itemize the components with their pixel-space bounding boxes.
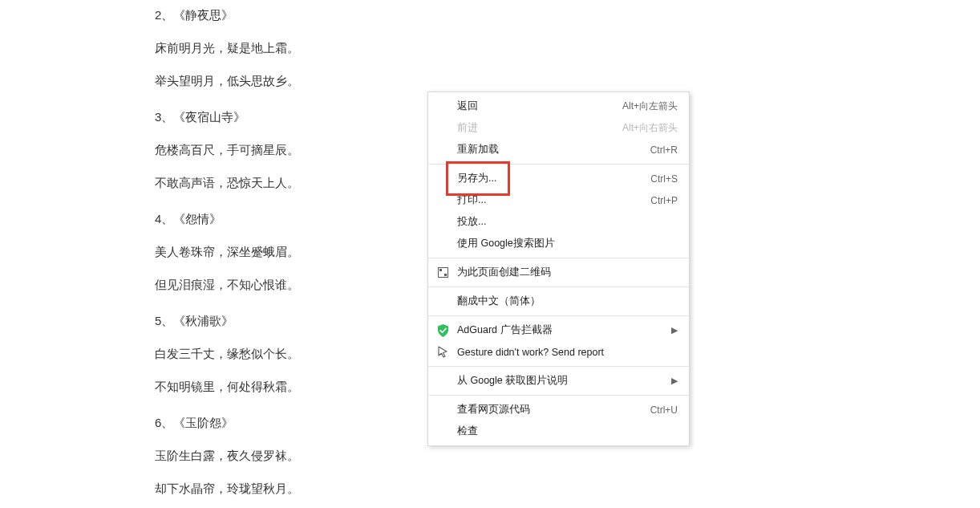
poem-line: 玉阶生白露，夜久侵罗袜。 bbox=[155, 447, 980, 464]
poem-title-2: 2、《静夜思》 bbox=[155, 6, 980, 23]
submenu-chevron-icon: ▶ bbox=[671, 325, 678, 335]
menu-separator bbox=[428, 366, 689, 367]
menu-label: 返回 bbox=[457, 100, 614, 113]
menu-separator bbox=[428, 395, 689, 396]
menu-separator bbox=[428, 287, 689, 287]
menu-label: 打印... bbox=[457, 193, 642, 207]
menu-separator bbox=[428, 258, 689, 258]
menu-item-reload[interactable]: 重新加载 Ctrl+R bbox=[428, 139, 689, 161]
shield-icon bbox=[428, 324, 457, 337]
menu-item-view-source[interactable]: 查看网页源代码 Ctrl+U bbox=[428, 399, 689, 421]
menu-label: 查看网页源代码 bbox=[457, 403, 642, 417]
qr-code-icon bbox=[428, 267, 457, 278]
menu-label: 检查 bbox=[457, 425, 678, 438]
menu-label: 翻成中文（简体） bbox=[457, 295, 678, 308]
menu-label: Gesture didn't work? Send report bbox=[457, 347, 678, 358]
poem-line: 却下水晶帘，玲珑望秋月。 bbox=[155, 480, 980, 497]
menu-item-save-as[interactable]: 另存为... Ctrl+S bbox=[428, 168, 689, 189]
poem-line: 床前明月光，疑是地上霜。 bbox=[155, 39, 980, 56]
menu-item-adguard[interactable]: AdGuard 广告拦截器 ▶ bbox=[428, 319, 689, 341]
menu-label: 重新加载 bbox=[457, 143, 642, 156]
poem-line: 举头望明月，低头思故乡。 bbox=[155, 72, 980, 89]
menu-shortcut: Alt+向左箭头 bbox=[622, 100, 678, 113]
context-menu: 返回 Alt+向左箭头 前进 Alt+向右箭头 重新加载 Ctrl+R 另存为.… bbox=[427, 91, 690, 446]
menu-label: 从 Google 获取图片说明 bbox=[457, 374, 663, 388]
menu-label: 投放... bbox=[457, 215, 678, 229]
menu-item-create-qr[interactable]: 为此页面创建二维码 bbox=[428, 262, 689, 283]
menu-label: 另存为... bbox=[457, 172, 642, 185]
menu-item-cast[interactable]: 投放... bbox=[428, 211, 689, 233]
menu-item-print[interactable]: 打印... Ctrl+P bbox=[428, 189, 689, 211]
menu-label: AdGuard 广告拦截器 bbox=[457, 323, 663, 337]
menu-shortcut: Ctrl+S bbox=[650, 173, 678, 185]
submenu-chevron-icon: ▶ bbox=[671, 376, 678, 386]
menu-separator bbox=[428, 164, 689, 165]
menu-label: 使用 Google搜索图片 bbox=[457, 237, 678, 250]
menu-shortcut: Ctrl+P bbox=[650, 195, 678, 206]
menu-item-inspect[interactable]: 检查 bbox=[428, 421, 689, 442]
menu-item-back[interactable]: 返回 Alt+向左箭头 bbox=[428, 96, 689, 117]
menu-item-google-image-desc[interactable]: 从 Google 获取图片说明 ▶ bbox=[428, 370, 689, 392]
menu-item-gesture-report[interactable]: Gesture didn't work? Send report bbox=[428, 341, 689, 363]
menu-shortcut: Ctrl+R bbox=[650, 144, 678, 156]
cursor-icon bbox=[428, 346, 457, 358]
menu-separator bbox=[428, 315, 689, 316]
menu-item-forward: 前进 Alt+向右箭头 bbox=[428, 117, 689, 139]
menu-label: 前进 bbox=[457, 121, 614, 135]
menu-shortcut: Alt+向右箭头 bbox=[622, 121, 678, 135]
menu-shortcut: Ctrl+U bbox=[650, 404, 678, 416]
menu-item-search-image[interactable]: 使用 Google搜索图片 bbox=[428, 233, 689, 254]
menu-label: 为此页面创建二维码 bbox=[457, 266, 678, 279]
menu-item-translate[interactable]: 翻成中文（简体） bbox=[428, 291, 689, 312]
